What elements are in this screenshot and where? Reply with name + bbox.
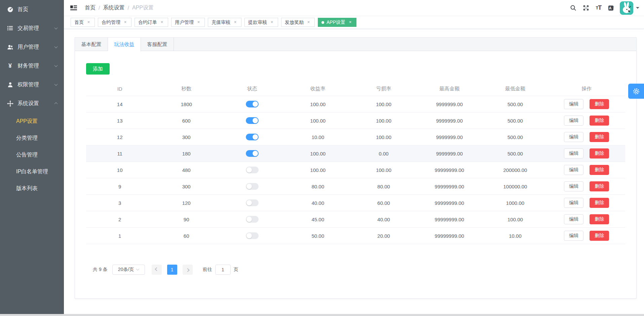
sidebar-item-label: 首页 [17, 6, 28, 13]
toggle-knob [253, 118, 258, 123]
status-toggle[interactable] [246, 101, 259, 107]
system-move-icon [7, 100, 13, 107]
status-toggle[interactable] [246, 232, 259, 239]
tag-home[interactable]: 首页× [71, 18, 95, 27]
tab-play-profit[interactable]: 玩法收益 [108, 38, 141, 51]
add-button[interactable]: 添加 [86, 63, 110, 75]
goto-page-input[interactable] [215, 265, 231, 275]
cell-max-amount: 99999999.00 [417, 167, 483, 173]
col-seconds: 秒数 [153, 86, 219, 92]
delete-button[interactable]: 删除 [590, 116, 609, 126]
sidebar-subitem-app-settings[interactable]: APP设置 [0, 113, 64, 130]
cell-actions: 编辑 删除 [548, 198, 625, 208]
delete-button[interactable]: 删除 [590, 132, 609, 142]
cell-min-amount: 100000.00 [482, 184, 548, 189]
close-icon[interactable]: × [86, 20, 91, 25]
cell-profit-rate: 100.00 [285, 167, 351, 173]
cell-profit-rate: 45.00 [285, 217, 351, 222]
tag-app-settings[interactable]: APP设置× [318, 18, 356, 27]
edit-button[interactable]: 编辑 [564, 198, 583, 208]
edit-button[interactable]: 编辑 [564, 231, 583, 241]
breadcrumb-system-settings[interactable]: 系统设置 [103, 4, 124, 11]
sidebar-item-home[interactable]: 首页 [0, 0, 64, 19]
sidebar-item-system-settings[interactable]: 系统设置 [0, 94, 64, 113]
settings-panel-button[interactable] [628, 84, 644, 99]
page-size-select[interactable]: 20条/页 [112, 265, 145, 275]
sidebar-subitem-ip-whitelist[interactable]: IP白名单管理 [0, 163, 64, 180]
cell-max-amount: 99999999.00 [417, 233, 483, 239]
close-icon[interactable]: × [196, 20, 201, 25]
cell-status [219, 134, 285, 140]
delete-button[interactable]: 删除 [590, 99, 609, 109]
close-icon[interactable]: × [159, 20, 164, 25]
next-page-button[interactable] [183, 265, 193, 275]
edit-button[interactable]: 编辑 [564, 214, 583, 224]
page-number-1[interactable]: 1 [167, 265, 177, 275]
status-toggle[interactable] [246, 199, 259, 206]
sidebar-item-trade[interactable]: 交易管理 [0, 19, 64, 38]
sidebar-subitem-version-list[interactable]: 版本列表 [0, 180, 64, 197]
status-toggle[interactable] [246, 216, 259, 223]
cell-id: 12 [86, 134, 153, 140]
cell-profit-rate: 80.00 [285, 184, 351, 189]
cell-id: 3 [86, 200, 153, 206]
cell-id: 14 [86, 101, 153, 107]
gear-icon [632, 87, 640, 95]
delete-button[interactable]: 删除 [590, 198, 609, 208]
edit-button[interactable]: 编辑 [564, 181, 583, 191]
tag-recharge-review[interactable]: 充值审核× [208, 18, 241, 27]
status-toggle[interactable] [246, 134, 259, 140]
cell-max-amount: 9999999.00 [417, 151, 483, 156]
sidebar-item-permission[interactable]: 权限管理 [0, 75, 64, 94]
close-icon[interactable]: × [306, 20, 311, 25]
tab-basic-config[interactable]: 基本配置 [75, 38, 108, 51]
close-icon[interactable]: × [123, 20, 128, 25]
edit-button[interactable]: 编辑 [564, 132, 583, 142]
finance-yen-icon: ¥ [7, 62, 13, 69]
edit-button[interactable]: 编辑 [564, 116, 583, 126]
status-toggle[interactable] [246, 183, 259, 190]
permission-user-icon [7, 81, 13, 88]
breadcrumb-home[interactable]: 首页 [85, 4, 96, 11]
close-icon[interactable]: × [233, 20, 238, 25]
sidebar-subitem-announcement[interactable]: 公告管理 [0, 146, 64, 163]
hamburger-icon[interactable] [70, 4, 77, 12]
status-toggle[interactable] [246, 150, 259, 157]
prev-page-button[interactable] [152, 265, 162, 275]
tag-contract-manage[interactable]: 合约管理× [98, 18, 131, 27]
search-icon[interactable] [569, 4, 577, 12]
delete-button[interactable]: 删除 [590, 148, 609, 159]
close-icon[interactable]: × [269, 20, 274, 25]
tag-withdraw-review[interactable]: 提款审核× [244, 18, 278, 27]
cell-loss-rate: 100.00 [351, 167, 417, 173]
avatar[interactable] [620, 1, 633, 15]
close-icon[interactable]: × [348, 20, 353, 25]
table-row: 12 300 10.00 100.00 9999999.00 500.00 编辑… [86, 129, 625, 145]
delete-button[interactable]: 删除 [590, 181, 609, 191]
tag-user-manage[interactable]: 用户管理× [171, 18, 205, 27]
cell-actions: 编辑 删除 [548, 99, 625, 109]
tag-contract-orders[interactable]: 合约订单× [135, 18, 168, 27]
sidebar-item-users[interactable]: 用户管理 [0, 38, 64, 56]
language-icon[interactable]: A文 [608, 4, 615, 12]
delete-button[interactable]: 删除 [590, 214, 609, 224]
sidebar-item-finance[interactable]: ¥ 财务管理 [0, 56, 64, 75]
cell-status [219, 117, 285, 124]
edit-button[interactable]: 编辑 [564, 148, 583, 159]
edit-button[interactable]: 编辑 [564, 165, 583, 175]
font-size-icon[interactable]: TT [595, 4, 602, 12]
status-toggle[interactable] [246, 117, 259, 124]
cell-seconds: 600 [153, 118, 219, 124]
fullscreen-icon[interactable] [582, 4, 590, 12]
tag-reward-grant[interactable]: 发放奖励× [281, 18, 315, 27]
sidebar-subitem-category[interactable]: 分类管理 [0, 130, 64, 146]
cell-actions: 编辑 删除 [548, 181, 625, 191]
caret-down-icon[interactable] [636, 7, 639, 9]
col-actions: 操作 [548, 86, 625, 92]
cell-seconds: 180 [153, 151, 219, 156]
status-toggle[interactable] [246, 167, 259, 173]
delete-button[interactable]: 删除 [590, 231, 609, 241]
tab-service-config[interactable]: 客服配置 [141, 38, 174, 51]
edit-button[interactable]: 编辑 [564, 99, 583, 109]
delete-button[interactable]: 删除 [590, 165, 609, 175]
